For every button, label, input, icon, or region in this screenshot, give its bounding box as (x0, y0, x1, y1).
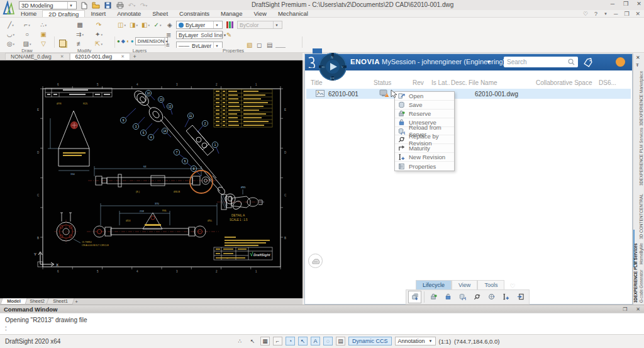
side-tab-homebyme[interactable]: HomeByMe (639, 240, 643, 264)
pattern-tool-button[interactable]: ▩ (70, 20, 89, 30)
circle-tool-button[interactable]: ◎▾ (3, 39, 19, 48)
ribbon-tab-sheet[interactable]: Sheet (147, 10, 174, 17)
close-icon[interactable]: ✕ (60, 54, 64, 59)
panel-pin-icon[interactable]: Ŧ (636, 62, 640, 68)
point-tool-button[interactable]: ∴▾ (35, 20, 52, 30)
newrev-button[interactable] (499, 291, 513, 303)
grid-icon[interactable]: ▦ (260, 337, 270, 345)
column-header-collaborative-space[interactable]: Collaborative Space (535, 79, 597, 88)
ribbon-tab-2d-drafting[interactable]: 2D Drafting (42, 10, 85, 17)
bycolor-select[interactable]: ByColor ▼ (237, 21, 282, 29)
annotation-select[interactable]: Annotation▼ (395, 337, 436, 345)
reload-button[interactable] (456, 291, 469, 303)
layer-check-button[interactable]: ✓▾ (152, 20, 164, 30)
ribbon-tab-annotate[interactable]: Annotate (111, 10, 147, 17)
snap-icon[interactable]: ∴ (235, 337, 245, 345)
undo-button[interactable]: ↶ ▾ (128, 2, 136, 9)
layer-preview-button[interactable]: ◨▾ (128, 20, 140, 30)
minimize-button[interactable]: ─ (609, 1, 616, 7)
reserve-button[interactable] (427, 291, 440, 303)
side-tab-3d-contentcentral[interactable]: 3D CONTENTCENTRAL (639, 189, 643, 239)
stretch-tool-button[interactable]: ⇱▾ (89, 39, 108, 48)
printbounds-icon[interactable]: ▤ (336, 337, 345, 345)
column-header-status[interactable]: Status (372, 79, 411, 88)
restore-button[interactable]: ❒ (622, 1, 630, 7)
ribbon-tab-constraints[interactable]: Constraints (174, 10, 215, 17)
gear-icon[interactable]: ◌ (323, 337, 333, 345)
favorites-heart-icon[interactable]: ♡ (583, 11, 588, 17)
document-tab[interactable]: 62010-001.dwg✕ (70, 53, 130, 60)
close-button[interactable]: ✕ (635, 1, 643, 7)
new-file-button[interactable] (80, 2, 88, 9)
arc-tool-button[interactable]: ◡▾ (3, 30, 19, 39)
save-stack-button[interactable] (408, 291, 421, 303)
new-document-tab-button[interactable]: + (130, 53, 139, 60)
context-menu-item-save[interactable]: Save (395, 101, 454, 109)
search-input[interactable]: Search (504, 57, 578, 67)
sheet-tab-sheet1[interactable]: Sheet1 (47, 298, 75, 305)
ribbon-tab-mechanical[interactable]: Mechanical (272, 10, 314, 17)
panel-tab-lifecycle[interactable]: Lifecycle (416, 280, 452, 289)
panel-tab-tools[interactable]: Tools (477, 280, 504, 289)
chevron-down-icon[interactable]: ▼ (604, 12, 608, 16)
context-menu-item-properties[interactable]: Properties (395, 162, 454, 171)
platform-widget-button[interactable] (308, 254, 323, 268)
redo-button[interactable]: ↷ ▾ (140, 2, 148, 9)
ribbon-close-button[interactable]: ✕ (635, 11, 640, 17)
ribbon-minimize-button[interactable]: ─ (614, 11, 618, 17)
ribbon-tab-manage[interactable]: Manage (215, 10, 248, 17)
workspace-select[interactable]: 3D Modeling ▼ (19, 1, 77, 9)
linestyle-select[interactable]: ByLayer Solid line ▼ (176, 31, 223, 39)
column-header-title[interactable]: Title (309, 79, 372, 88)
layer-states-button[interactable]: ◧▾ (140, 20, 152, 30)
drawing-canvas[interactable]: 665544332211EEDDCCBB (0, 60, 303, 298)
sheet-tab-model[interactable]: Model (0, 298, 27, 305)
ellipse-tool-button[interactable]: ○ (19, 30, 35, 39)
ribbon-tab-home[interactable]: Home (15, 10, 42, 17)
esnap-icon[interactable]: ↖ (298, 337, 308, 345)
context-menu-item-reserve[interactable]: Reserve (395, 109, 454, 118)
move-tool-button[interactable]: ✦▾ (89, 30, 108, 39)
line-tool-button[interactable]: ╱▾ (3, 20, 19, 30)
offset-tool-button[interactable]: ⇉▾ (70, 30, 89, 39)
context-menu-item-new-revision[interactable]: New Revision (395, 153, 454, 162)
polygon-tool-button[interactable]: ▽ (35, 39, 52, 48)
etrack-icon[interactable]: A (311, 337, 320, 345)
command-window-header[interactable]: Command Window ❒ ✕ (0, 305, 644, 313)
column-header-is-lat-[interactable]: Is Lat... (430, 79, 450, 88)
column-header-file-name[interactable]: File Name (467, 79, 535, 88)
ribbon-tab-view[interactable]: View (248, 10, 272, 17)
context-menu-item-open[interactable]: Open (395, 92, 454, 101)
help-icon[interactable]: ? (594, 11, 597, 17)
open-file-button[interactable] (92, 2, 100, 9)
layer-control[interactable]: ● ◆ ◐ ● DIMENSION ▼ (117, 37, 168, 45)
rectangle-tool-button[interactable]: ▣ (35, 30, 52, 39)
ortho-icon[interactable]: ⌐ (273, 337, 282, 345)
save-button[interactable] (104, 2, 112, 9)
close-icon[interactable]: ✕ (121, 54, 125, 59)
polar-icon[interactable]: ◔ (286, 337, 295, 345)
print-button[interactable] (116, 2, 124, 9)
column-header-desc-[interactable]: Desc... (450, 79, 467, 88)
command-window-body[interactable]: Opening "R2013" drawing file: (0, 313, 644, 334)
tag-icon[interactable] (583, 58, 593, 67)
unreserve-button[interactable] (441, 291, 455, 303)
favorites-heart-icon[interactable]: ♡ (509, 283, 515, 289)
side-tab-3dexperience-plm-services[interactable]: 3DEXPERIENCE PLM Services (639, 123, 643, 186)
column-header-ds6-[interactable]: DS6... (597, 79, 623, 88)
side-tab-3dexperience-marketplace[interactable]: 3DEXPERIENCE Marketplace (639, 70, 643, 126)
hatch-tool-button[interactable]: ▨▾ (19, 39, 35, 48)
side-tab-g-code-generator[interactable]: G-code Generator (639, 266, 643, 303)
dynamic-ccs-button[interactable]: Dynamic CCS (348, 337, 392, 345)
document-tab[interactable]: NONAME_0.dwg✕ (5, 53, 70, 60)
cmd-close-icon[interactable]: ✕ (636, 306, 640, 312)
ribbon-tab-insert[interactable]: Insert (85, 10, 111, 17)
cmd-float-icon[interactable]: ❒ (623, 306, 627, 312)
trim-tool-button[interactable]: ≢ (70, 39, 89, 48)
panel-close-icon[interactable]: ✕ (636, 55, 640, 60)
chevron-down-icon[interactable]: ▼ (486, 59, 491, 65)
layer-select[interactable]: DIMENSION ▼ (135, 37, 168, 45)
panel-tab-view[interactable]: View (452, 280, 477, 289)
user-avatar[interactable] (616, 57, 625, 67)
linecolor-select[interactable]: ByLayer ▼ (176, 21, 223, 29)
